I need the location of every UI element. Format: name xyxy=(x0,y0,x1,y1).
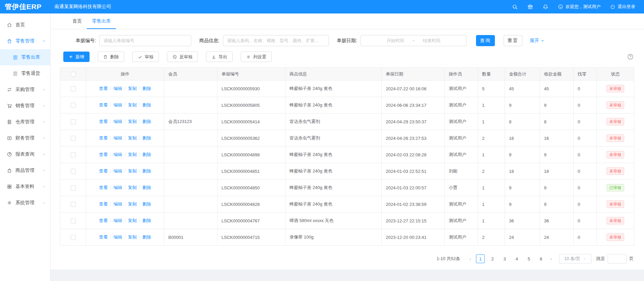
topbar-actions: 欢迎您，测试用户 退出登录 xyxy=(512,4,644,10)
audit-button[interactable]: 审核 xyxy=(132,52,159,62)
sidebar-item-purchase-management[interactable]: 采购管理 xyxy=(0,82,50,98)
date-range-input[interactable]: 开始时间 ~ 结束时间 xyxy=(361,35,467,46)
row-action-0[interactable]: 查看 xyxy=(99,135,108,140)
row-action-2[interactable]: 复制 xyxy=(128,168,137,174)
row-action-1[interactable]: 编辑 xyxy=(113,168,122,174)
row-action-0[interactable]: 查看 xyxy=(99,168,108,174)
row-action-2[interactable]: 复制 xyxy=(128,185,137,190)
order-no-input[interactable] xyxy=(99,35,191,46)
column-settings-button[interactable]: 列设置 xyxy=(241,52,272,62)
row-action-0[interactable]: 查看 xyxy=(99,86,108,91)
question-circle-icon[interactable] xyxy=(627,54,634,60)
page-button-5[interactable]: 5 xyxy=(524,254,533,263)
row-checkbox[interactable] xyxy=(71,218,76,223)
row-action-1[interactable]: 编辑 xyxy=(113,152,122,157)
logout-button[interactable]: 退出登录 xyxy=(610,4,635,10)
sidebar-item-sales-management[interactable]: 销售管理 xyxy=(0,98,50,114)
row-action-1[interactable]: 编辑 xyxy=(113,235,122,240)
search-button[interactable]: 查询 xyxy=(476,35,495,46)
row-action-1[interactable]: 编辑 xyxy=(113,86,122,91)
row-action-2[interactable]: 复制 xyxy=(128,119,137,124)
row-action-0[interactable]: 查看 xyxy=(99,185,108,190)
chevron-down-icon xyxy=(42,169,46,172)
row-action-1[interactable]: 编辑 xyxy=(113,218,122,223)
row-action-0[interactable]: 查看 xyxy=(99,235,108,240)
row-action-3[interactable]: 删除 xyxy=(142,168,151,174)
row-checkbox[interactable] xyxy=(71,152,76,157)
page-button-6[interactable]: 6 xyxy=(537,254,545,263)
sidebar-item-label: 报表查询 xyxy=(15,151,34,157)
row-action-3[interactable]: 删除 xyxy=(142,135,151,140)
row-action-0[interactable]: 查看 xyxy=(99,119,108,124)
row-action-2[interactable]: 复制 xyxy=(128,86,137,91)
row-action-0[interactable]: 查看 xyxy=(99,152,108,157)
welcome-user[interactable]: 欢迎您，测试用户 xyxy=(558,4,601,10)
row-checkbox[interactable] xyxy=(71,136,76,141)
sidebar-item-system-management[interactable]: 系统管理 xyxy=(0,195,50,211)
cell-change: 0 xyxy=(574,147,597,163)
next-page-icon[interactable]: › xyxy=(547,254,555,263)
reset-button[interactable]: 重置 xyxy=(504,35,522,46)
row-action-0[interactable]: 查看 xyxy=(99,201,108,207)
page-size-select[interactable]: 10 条/页 xyxy=(559,254,591,263)
row-action-2[interactable]: 复制 xyxy=(128,235,137,240)
search-icon[interactable] xyxy=(512,4,518,10)
row-action-2[interactable]: 复制 xyxy=(128,201,137,207)
jump-to-input[interactable] xyxy=(608,254,626,263)
sidebar-item-retail-outbound[interactable]: 零售出库 xyxy=(0,49,50,65)
row-action-3[interactable]: 删除 xyxy=(142,218,151,223)
page-button-3[interactable]: 3 xyxy=(500,254,509,263)
row-action-2[interactable]: 复制 xyxy=(128,152,137,157)
sidebar-item-retail-return[interactable]: 零售退货 xyxy=(0,65,50,82)
row-checkbox[interactable] xyxy=(71,103,76,108)
row-action-1[interactable]: 编辑 xyxy=(113,102,122,107)
prev-page-icon[interactable]: ‹ xyxy=(466,254,474,263)
tab-home[interactable]: 首页 xyxy=(67,13,87,29)
tab-retail-outbound[interactable]: 零售出库 xyxy=(87,13,116,29)
row-action-3[interactable]: 删除 xyxy=(142,201,151,207)
bell-icon[interactable] xyxy=(543,4,548,10)
row-action-2[interactable]: 复制 xyxy=(128,135,137,140)
row-checkbox[interactable] xyxy=(71,235,76,240)
row-checkbox[interactable] xyxy=(71,185,76,190)
row-checkbox[interactable] xyxy=(71,119,76,124)
table-row: 查看编辑复制删除 LSCK00000004851 蜂蜜柚子茶 240g 黄色 2… xyxy=(60,163,634,180)
unaudit-button[interactable]: 反审核 xyxy=(167,52,198,62)
row-action-1[interactable]: 编辑 xyxy=(113,185,122,190)
row-action-3[interactable]: 删除 xyxy=(142,102,151,107)
bank-icon[interactable] xyxy=(527,4,533,10)
export-button[interactable]: 导出 xyxy=(206,52,233,62)
sidebar-item-retail-management[interactable]: 零售管理 xyxy=(0,33,50,49)
row-action-3[interactable]: 删除 xyxy=(142,119,151,124)
row-checkbox[interactable] xyxy=(71,86,76,91)
page-button-4[interactable]: 4 xyxy=(512,254,521,263)
expand-link[interactable]: 展开 xyxy=(530,38,544,44)
page-button-1[interactable]: 1 xyxy=(476,254,485,263)
row-checkbox[interactable] xyxy=(71,202,76,207)
sidebar-item-home[interactable]: 首页 xyxy=(0,17,50,33)
row-action-1[interactable]: 编辑 xyxy=(113,119,122,124)
product-info-input[interactable] xyxy=(223,35,329,46)
row-action-3[interactable]: 删除 xyxy=(142,185,151,190)
sidebar-item-goods-management[interactable]: 商品管理 xyxy=(0,162,50,179)
add-button[interactable]: 新增 xyxy=(63,52,90,62)
select-all-checkbox[interactable] xyxy=(71,72,76,77)
delete-button[interactable]: 删除 xyxy=(98,52,124,62)
row-actions: 查看编辑复制删除 xyxy=(86,180,164,196)
row-action-0[interactable]: 查看 xyxy=(99,102,108,107)
row-checkbox[interactable] xyxy=(71,169,76,174)
row-action-1[interactable]: 编辑 xyxy=(113,201,122,207)
cell-order-no: LSCK00000005414 xyxy=(217,114,285,130)
row-action-1[interactable]: 编辑 xyxy=(113,135,122,140)
row-action-2[interactable]: 复制 xyxy=(128,218,137,223)
page-button-2[interactable]: 2 xyxy=(488,254,497,263)
sidebar-item-finance-management[interactable]: 财务管理 xyxy=(0,130,50,146)
sidebar-item-warehouse-management[interactable]: 仓库管理 xyxy=(0,114,50,130)
sidebar-item-report-query[interactable]: 报表查询 xyxy=(0,146,50,162)
row-action-3[interactable]: 删除 xyxy=(142,86,151,91)
row-action-0[interactable]: 查看 xyxy=(99,218,108,223)
row-action-2[interactable]: 复制 xyxy=(128,102,137,107)
row-action-3[interactable]: 删除 xyxy=(142,235,151,240)
row-action-3[interactable]: 删除 xyxy=(142,152,151,157)
sidebar-item-basic-data[interactable]: 基本资料 xyxy=(0,179,50,195)
